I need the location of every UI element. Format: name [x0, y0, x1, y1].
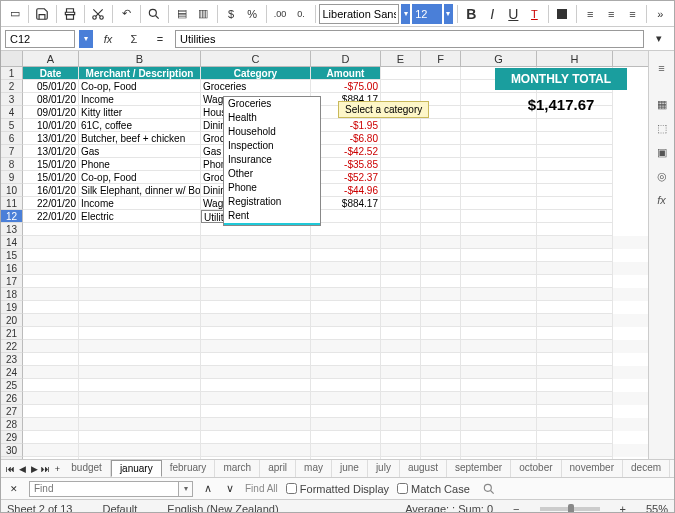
empty-cell[interactable] — [381, 444, 421, 457]
empty-cell[interactable] — [537, 275, 613, 288]
empty-cell[interactable] — [461, 314, 537, 327]
empty-cell[interactable] — [381, 314, 421, 327]
sheet-tab[interactable]: april — [260, 460, 296, 477]
row-header[interactable]: 21 — [1, 327, 23, 340]
toolbar-overflow-icon[interactable]: » — [651, 3, 670, 25]
empty-cell[interactable] — [461, 431, 537, 444]
find-next-icon[interactable]: ∨ — [223, 478, 237, 500]
cell-date[interactable]: 16/01/20 — [23, 184, 79, 197]
sheet-tab[interactable]: november — [562, 460, 623, 477]
dropdown-item[interactable]: Rent — [224, 209, 320, 223]
empty-cell[interactable] — [537, 236, 613, 249]
empty-cell[interactable] — [311, 249, 381, 262]
empty-cell[interactable] — [79, 301, 201, 314]
empty-cell[interactable] — [311, 223, 381, 236]
empty-cell[interactable] — [381, 288, 421, 301]
col-icon[interactable]: ▥ — [194, 3, 213, 25]
cell-category[interactable]: Groceries — [201, 80, 311, 93]
empty-cell[interactable] — [311, 392, 381, 405]
properties-icon[interactable]: ▦ — [653, 95, 671, 113]
empty-cell[interactable] — [79, 353, 201, 366]
empty-cell[interactable] — [79, 275, 201, 288]
cell-merchant[interactable]: Gas — [79, 145, 201, 158]
cell-amount[interactable]: -$52.37 — [311, 171, 381, 184]
cell-date[interactable]: 15/01/20 — [23, 171, 79, 184]
empty-cell[interactable] — [79, 457, 201, 459]
empty-cell[interactable] — [381, 431, 421, 444]
empty-cell[interactable] — [79, 340, 201, 353]
dropdown-item[interactable]: Registration — [224, 195, 320, 209]
cut-icon[interactable] — [89, 3, 108, 25]
empty-cell[interactable] — [421, 327, 461, 340]
dropdown-item[interactable]: Phone — [224, 181, 320, 195]
find-close-icon[interactable]: ✕ — [7, 482, 21, 496]
empty-cell[interactable] — [381, 223, 421, 236]
cell-merchant[interactable]: 61C, coffee — [79, 119, 201, 132]
empty-cell[interactable] — [79, 249, 201, 262]
find-input[interactable] — [29, 481, 179, 497]
empty-cell[interactable] — [201, 418, 311, 431]
row-header[interactable]: 8 — [1, 158, 23, 171]
empty-cell[interactable] — [421, 249, 461, 262]
empty-cell[interactable] — [23, 457, 79, 459]
empty-cell[interactable] — [23, 405, 79, 418]
fontsize-dropdown-icon[interactable]: ▾ — [444, 4, 453, 24]
cell-date[interactable]: 15/01/20 — [23, 158, 79, 171]
status-lang[interactable]: English (New Zealand) — [167, 503, 278, 514]
empty-cell[interactable] — [381, 340, 421, 353]
cell-merchant[interactable]: Income — [79, 197, 201, 210]
col-header-C[interactable]: C — [201, 51, 311, 66]
empty-cell[interactable] — [381, 249, 421, 262]
font-select[interactable] — [319, 4, 399, 24]
formula-expand-icon[interactable]: ▾ — [648, 28, 670, 50]
empty-cell[interactable] — [381, 379, 421, 392]
cell-date[interactable]: 22/01/20 — [23, 210, 79, 223]
empty-cell[interactable] — [23, 275, 79, 288]
row-header[interactable]: 11 — [1, 197, 23, 210]
empty-cell[interactable] — [201, 236, 311, 249]
empty-cell[interactable] — [461, 249, 537, 262]
empty-cell[interactable] — [421, 223, 461, 236]
empty-cell[interactable] — [461, 223, 537, 236]
match-case-checkbox[interactable]: Match Case — [397, 483, 470, 495]
row-icon[interactable]: ▤ — [173, 3, 192, 25]
navigator-icon[interactable]: ◎ — [653, 167, 671, 185]
empty-cell[interactable] — [23, 353, 79, 366]
empty-cell[interactable] — [421, 379, 461, 392]
currency-icon[interactable]: $ — [222, 3, 241, 25]
col-header-B[interactable]: B — [79, 51, 201, 66]
empty-cell[interactable] — [23, 340, 79, 353]
empty-cell[interactable] — [79, 314, 201, 327]
empty-cell[interactable] — [421, 340, 461, 353]
zoom-out-icon[interactable]: − — [513, 503, 519, 514]
font-dropdown-icon[interactable]: ▾ — [401, 4, 410, 24]
row-header[interactable]: 28 — [1, 418, 23, 431]
sheet-tab[interactable]: may — [296, 460, 332, 477]
empty-cell[interactable] — [537, 418, 613, 431]
sum-icon[interactable]: Σ — [123, 28, 145, 50]
empty-cell[interactable] — [23, 366, 79, 379]
sidebar-toggle-icon[interactable]: ≡ — [653, 59, 671, 77]
empty-cell[interactable] — [201, 275, 311, 288]
empty-cell[interactable] — [537, 444, 613, 457]
empty-cell[interactable] — [461, 353, 537, 366]
empty-cell[interactable] — [311, 379, 381, 392]
functions-icon[interactable]: fx — [653, 191, 671, 209]
new-doc-icon[interactable]: ▭ — [5, 3, 24, 25]
fontsize-select[interactable] — [412, 4, 442, 24]
empty-cell[interactable] — [381, 366, 421, 379]
empty-cell[interactable] — [23, 392, 79, 405]
empty-cell[interactable] — [537, 340, 613, 353]
row-header[interactable]: 9 — [1, 171, 23, 184]
empty-cell[interactable] — [23, 249, 79, 262]
row-header[interactable]: 31 — [1, 457, 23, 459]
empty-cell[interactable] — [421, 262, 461, 275]
row-header[interactable]: 30 — [1, 444, 23, 457]
empty-cell[interactable] — [201, 340, 311, 353]
undo-icon[interactable]: ↶ — [117, 3, 136, 25]
row-header[interactable]: 18 — [1, 288, 23, 301]
cell-amount[interactable]: -$35.85 — [311, 158, 381, 171]
empty-cell[interactable] — [461, 275, 537, 288]
cell-merchant[interactable]: Co-op, Food — [79, 171, 201, 184]
empty-cell[interactable] — [79, 379, 201, 392]
